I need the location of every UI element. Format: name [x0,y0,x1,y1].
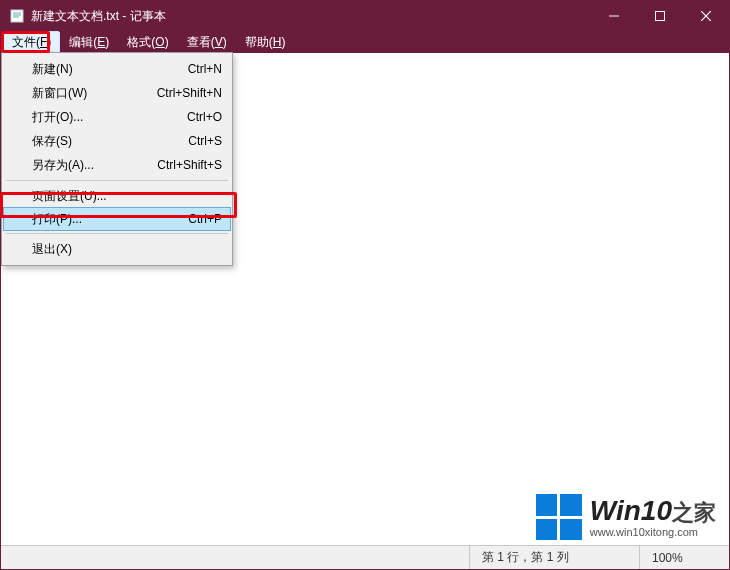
menu-查看[interactable]: 查看(V) [178,31,236,54]
menu-item-shortcut: Ctrl+O [187,110,222,124]
menu-item-shortcut: Ctrl+S [188,134,222,148]
menu-item-页面设置(U)...[interactable]: 页面设置(U)... [4,184,230,208]
watermark-url: www.win10xitong.com [590,527,698,538]
menu-item-保存(S)[interactable]: 保存(S)Ctrl+S [4,129,230,153]
status-position: 第 1 行，第 1 列 [469,546,639,569]
menu-item-打印(P)...[interactable]: 打印(P)...Ctrl+P [3,207,231,231]
menu-item-label: 另存为(A)... [32,157,157,174]
close-button[interactable] [683,1,729,31]
titlebar: 新建文本文档.txt - 记事本 [1,1,729,31]
menu-item-新窗口(W)[interactable]: 新窗口(W)Ctrl+Shift+N [4,81,230,105]
menu-item-shortcut: Ctrl+Shift+N [157,86,222,100]
watermark: Win10之家 www.win10xitong.com [536,494,716,540]
menu-item-打开(O)...[interactable]: 打开(O)...Ctrl+O [4,105,230,129]
menubar: 文件(F)编辑(E)格式(O)查看(V)帮助(H) [1,31,729,53]
menu-item-label: 保存(S) [32,133,188,150]
menu-item-新建(N)[interactable]: 新建(N)Ctrl+N [4,57,230,81]
menu-item-退出(X)[interactable]: 退出(X) [4,237,230,261]
maximize-button[interactable] [637,1,683,31]
minimize-button[interactable] [591,1,637,31]
app-icon [9,8,25,24]
menu-item-label: 打开(O)... [32,109,187,126]
window-controls [591,1,729,31]
menu-item-label: 打印(P)... [32,211,188,228]
windows-logo-icon [536,494,582,540]
menu-item-label: 退出(X) [32,241,222,258]
watermark-brand: Win10 [590,495,672,526]
file-menu-dropdown: 新建(N)Ctrl+N新窗口(W)Ctrl+Shift+N打开(O)...Ctr… [1,52,233,266]
menu-item-label: 页面设置(U)... [32,188,222,205]
watermark-text: Win10之家 www.win10xitong.com [590,497,716,538]
menu-separator [6,180,228,181]
menu-编辑[interactable]: 编辑(E) [60,31,118,54]
menu-separator [6,233,228,234]
watermark-suffix: 之家 [672,500,716,525]
window-title: 新建文本文档.txt - 记事本 [31,8,591,25]
statusbar: 第 1 行，第 1 列 100% [1,545,729,569]
menu-item-shortcut: Ctrl+N [188,62,222,76]
menu-帮助[interactable]: 帮助(H) [236,31,295,54]
svg-rect-0 [11,10,23,22]
menu-item-shortcut: Ctrl+Shift+S [157,158,222,172]
menu-item-label: 新建(N) [32,61,188,78]
menu-文件[interactable]: 文件(F) [3,31,60,54]
menu-item-另存为(A)...[interactable]: 另存为(A)...Ctrl+Shift+S [4,153,230,177]
status-zoom: 100% [639,546,729,569]
menu-item-shortcut: Ctrl+P [188,212,222,226]
svg-rect-5 [656,12,665,21]
menu-格式[interactable]: 格式(O) [118,31,177,54]
menu-item-label: 新窗口(W) [32,85,157,102]
